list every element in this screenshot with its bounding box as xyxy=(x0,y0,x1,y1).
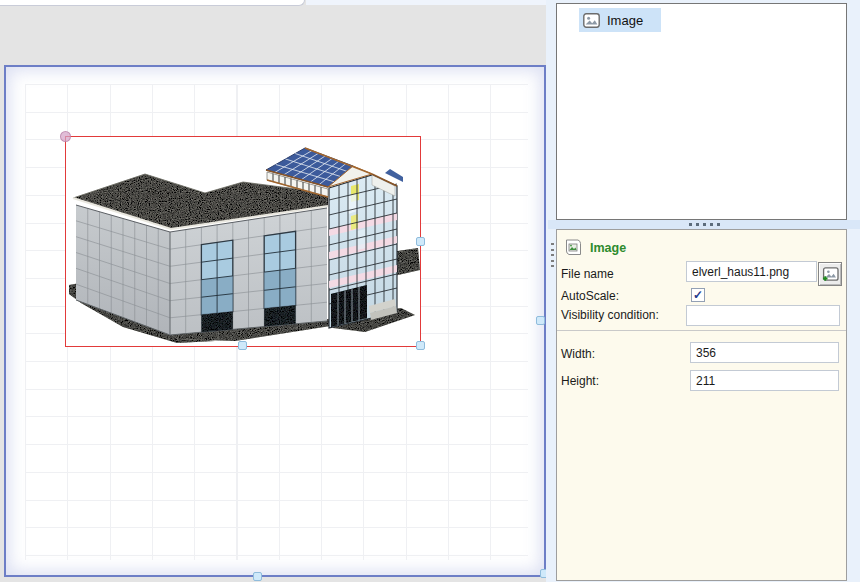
selection-handle-bottom-right[interactable] xyxy=(416,341,425,350)
report-designer-window: Image Image File name AutoScale: ✓ xyxy=(0,0,860,582)
selection-anchor-handle[interactable] xyxy=(60,131,71,142)
visibility-condition-label: Visibility condition: xyxy=(561,308,659,322)
visibility-condition-input[interactable] xyxy=(686,305,840,326)
width-input[interactable] xyxy=(690,342,839,363)
building-render xyxy=(65,136,421,347)
browse-image-button[interactable] xyxy=(818,262,842,286)
selection-handle-right[interactable] xyxy=(416,237,425,246)
autoscale-label: AutoScale: xyxy=(561,289,619,303)
file-name-label: File name xyxy=(561,267,614,281)
properties-header-title: Image xyxy=(590,241,626,255)
window-band-1 xyxy=(201,240,232,332)
height-label: Height: xyxy=(561,374,599,388)
properties-separator xyxy=(557,330,846,331)
page-handle-right[interactable] xyxy=(536,316,545,325)
glass-tower xyxy=(329,175,397,328)
tab-strip-remnant xyxy=(0,0,305,6)
autoscale-checkbox[interactable]: ✓ xyxy=(691,288,705,302)
browse-image-icon xyxy=(822,267,839,282)
checkbox-check-icon: ✓ xyxy=(693,289,703,301)
width-label: Width: xyxy=(561,347,595,361)
vertical-splitter-grip[interactable] xyxy=(549,241,555,269)
properties-image-icon xyxy=(564,238,583,257)
page-handle-bottom[interactable] xyxy=(253,572,262,581)
image-icon xyxy=(583,13,600,28)
horizontal-splitter[interactable] xyxy=(548,220,860,229)
toolbox-item-image[interactable]: Image xyxy=(579,8,661,32)
height-input[interactable] xyxy=(690,370,839,391)
selection-handle-bottom[interactable] xyxy=(238,341,247,350)
toolbox-panel: Image xyxy=(556,3,847,220)
tab-strip-right xyxy=(306,0,548,5)
window-band-2 xyxy=(264,231,295,326)
toolbox-item-label: Image xyxy=(607,13,643,28)
properties-panel: Image File name AutoScale: ✓ Visibility … xyxy=(556,229,847,581)
image-element[interactable] xyxy=(65,136,421,347)
file-name-input[interactable] xyxy=(686,261,817,282)
